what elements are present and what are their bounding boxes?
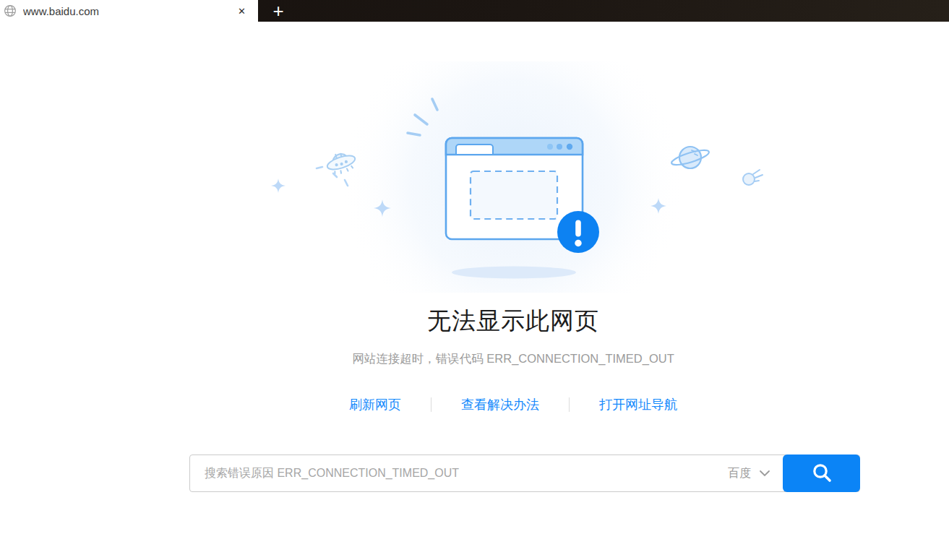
search-engine-label: 百度 [728, 466, 751, 481]
refresh-page-link[interactable]: 刷新网页 [349, 396, 401, 413]
tab-bar: www.baidu.com ✕ + [0, 0, 949, 22]
link-separator [431, 397, 431, 412]
open-site-navigation-link[interactable]: 打开网址导航 [599, 396, 677, 413]
globe-icon [4, 4, 17, 17]
tab-close-icon[interactable]: ✕ [234, 4, 249, 18]
search-button[interactable] [783, 455, 860, 492]
illustration-shadow [452, 267, 576, 279]
chevron-down-icon [759, 470, 770, 477]
action-links: 刷新网页 查看解决办法 打开网址导航 [178, 396, 849, 413]
error-title: 无法显示此网页 [178, 304, 849, 337]
exclamation-badge-icon [557, 211, 599, 253]
tab-title: www.baidu.com [23, 5, 234, 17]
view-solutions-link[interactable]: 查看解决办法 [461, 396, 539, 413]
error-illustration [178, 61, 849, 293]
comet-icon [743, 170, 763, 185]
link-separator [569, 397, 570, 412]
browser-tab-baidu[interactable]: www.baidu.com ✕ [0, 0, 258, 22]
error-subtitle: 网站连接超时，错误代码 ERR_CONNECTION_TIMED_OUT [178, 350, 849, 366]
new-tab-button[interactable]: + [258, 0, 299, 22]
error-search-bar: 百度 [189, 455, 860, 492]
error-illustration-svg [260, 61, 766, 293]
search-engine-selector[interactable]: 百度 [728, 455, 770, 492]
error-page: 无法显示此网页 网站连接超时，错误代码 ERR_CONNECTION_TIMED… [189, 61, 860, 492]
magnifier-icon [811, 462, 833, 484]
